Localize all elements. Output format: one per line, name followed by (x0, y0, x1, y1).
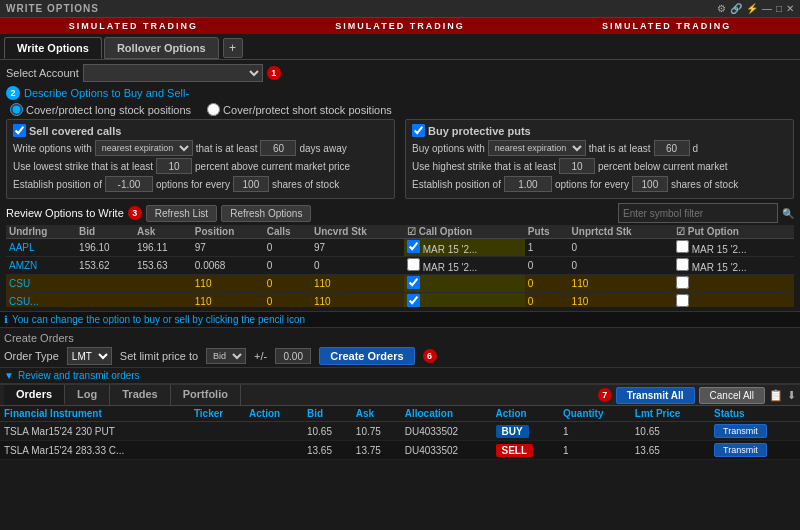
minimize-icon[interactable]: — (762, 3, 772, 14)
main-content: Select Account 1 2 Describe Options to B… (0, 60, 800, 311)
buy-puts-shares-input[interactable] (632, 176, 668, 192)
cancel-all-button[interactable]: Cancel All (699, 387, 765, 404)
col-ask-header: Ask (352, 406, 401, 422)
select-account-label: Select Account (6, 67, 79, 79)
sell-calls-line2: Use lowest strike that is at least perce… (13, 158, 388, 174)
cell-position: 110 (192, 293, 264, 308)
cell-ask: 153.63 (134, 257, 192, 275)
buy-puts-pos-input[interactable] (504, 176, 552, 192)
table-row: CSU 110 0 110 0 110 (6, 275, 794, 293)
order-type-select[interactable]: LMT (67, 347, 112, 365)
radio-short-input[interactable] (207, 103, 220, 116)
buy-puts-checkbox[interactable] (412, 124, 425, 137)
orders-panel-icon1[interactable]: 📋 (769, 389, 783, 402)
order-type-row: Order Type LMT Set limit price to Bid +/… (4, 347, 796, 365)
cell-bid (76, 293, 134, 308)
cell-ask (134, 293, 192, 308)
transmit-row-button[interactable]: Transmit (714, 443, 767, 457)
refresh-list-button[interactable]: Refresh List (146, 205, 217, 222)
col-position: Position (192, 225, 264, 239)
tab-trades[interactable]: Trades (110, 385, 170, 405)
col-lmt-price: Lmt Price (631, 406, 710, 422)
buy-puts-strike-input[interactable] (559, 158, 595, 174)
title-bar-icons: ⚙ 🔗 ⚡ — □ ✕ (717, 3, 794, 14)
tabs-row: Write Options Rollover Options + (0, 34, 800, 60)
review-transmit-row[interactable]: ▼ Review and transmit orders (0, 368, 800, 384)
order-quantity: 1 (559, 441, 631, 460)
orders-header-row: Financial Instrument Ticker Action Bid A… (0, 406, 800, 422)
put-option-checkbox[interactable] (676, 240, 689, 253)
call-option-checkbox[interactable] (407, 240, 420, 253)
cell-put-option[interactable] (673, 293, 794, 308)
cell-uncvrd: 97 (311, 239, 404, 257)
radio-row: Cover/protect long stock positions Cover… (10, 103, 794, 116)
transmit-all-button[interactable]: Transmit All (616, 387, 695, 404)
sell-calls-expiry-select[interactable]: nearest expiration (95, 140, 193, 156)
radio-long-label: Cover/protect long stock positions (26, 104, 191, 116)
cell-call-option[interactable] (404, 275, 525, 293)
maximize-icon[interactable]: □ (776, 3, 782, 14)
buy-puts-expiry-select[interactable]: nearest expiration (488, 140, 586, 156)
options-two-col: Sell covered calls Write options with ne… (6, 119, 794, 199)
radio-short[interactable]: Cover/protect short stock positions (207, 103, 392, 116)
orders-tab-right: 7 Transmit All Cancel All 📋 ⬇ (598, 387, 796, 404)
table-row: AMZN 153.62 153.63 0.0068 0 0 MAR 15 '2.… (6, 257, 794, 275)
col-uncvrd: Uncvrd Stk (311, 225, 404, 239)
cell-call-option[interactable] (404, 293, 525, 308)
sell-calls-pos-input[interactable] (105, 176, 153, 192)
col-unprtctd: Unprtctd Stk (569, 225, 673, 239)
put-option-checkbox[interactable] (676, 258, 689, 271)
buy-puts-days-input[interactable] (654, 140, 690, 156)
cell-put-option[interactable] (673, 275, 794, 293)
sell-calls-strike-input[interactable] (156, 158, 192, 174)
order-bid: 10.65 (303, 422, 352, 441)
call-option-checkbox[interactable] (407, 276, 420, 289)
table-header-row: Undrlng Bid Ask Position Calls Uncvrd St… (6, 225, 794, 239)
price-type-select[interactable]: Bid (206, 348, 246, 364)
create-orders-button[interactable]: Create Orders (319, 347, 414, 365)
order-status[interactable]: Transmit (710, 422, 800, 441)
cell-put-option[interactable]: MAR 15 '2... (673, 239, 794, 257)
bolt-icon[interactable]: ⚡ (746, 3, 758, 14)
cell-ask: 196.11 (134, 239, 192, 257)
account-select[interactable] (83, 64, 263, 82)
tab-add-button[interactable]: + (223, 38, 243, 58)
cell-call-option[interactable]: MAR 15 '2... (404, 257, 525, 275)
put-option-checkbox[interactable] (676, 294, 689, 307)
order-allocation: DU4033502 (401, 441, 492, 460)
link-icon[interactable]: 🔗 (730, 3, 742, 14)
orders-badge: 7 (598, 388, 612, 402)
cell-call-option[interactable]: MAR 15 '2... (404, 239, 525, 257)
sim-banner: SIMULATED TRADING SIMULATED TRADING SIMU… (0, 18, 800, 34)
tab-portfolio[interactable]: Portfolio (171, 385, 241, 405)
orders-panel-icon2[interactable]: ⬇ (787, 389, 796, 402)
tab-write-options[interactable]: Write Options (4, 37, 102, 59)
price-value-input[interactable] (275, 348, 311, 364)
order-status[interactable]: Transmit (710, 441, 800, 460)
sell-calls-label: Sell covered calls (29, 125, 121, 137)
transmit-row-button[interactable]: Transmit (714, 424, 767, 438)
order-ask: 10.75 (352, 422, 401, 441)
call-option-checkbox[interactable] (407, 258, 420, 271)
describe-section-header: 2 Describe Options to Buy and Sell- (6, 86, 794, 100)
orders-table-body: TSLA Mar15'24 230 PUT 10.65 10.75 DU4033… (0, 422, 800, 460)
call-option-checkbox[interactable] (407, 294, 420, 307)
order-ticker (190, 441, 245, 460)
symbol-filter-input[interactable] (618, 203, 778, 223)
close-icon[interactable]: ✕ (786, 3, 794, 14)
tab-rollover-options[interactable]: Rollover Options (104, 37, 219, 59)
sell-calls-checkbox[interactable] (13, 124, 26, 137)
sell-calls-shares-input[interactable] (233, 176, 269, 192)
cell-put-option[interactable]: MAR 15 '2... (673, 257, 794, 275)
order-allocation: DU4033502 (401, 422, 492, 441)
tab-orders[interactable]: Orders (4, 385, 65, 405)
radio-long[interactable]: Cover/protect long stock positions (10, 103, 191, 116)
radio-long-input[interactable] (10, 103, 23, 116)
put-option-checkbox[interactable] (676, 276, 689, 289)
sell-calls-days-input[interactable] (260, 140, 296, 156)
options-table-wrapper: Undrlng Bid Ask Position Calls Uncvrd St… (6, 225, 794, 307)
tab-log[interactable]: Log (65, 385, 110, 405)
account-badge: 1 (267, 66, 281, 80)
refresh-options-button[interactable]: Refresh Options (221, 205, 311, 222)
settings-icon[interactable]: ⚙ (717, 3, 726, 14)
